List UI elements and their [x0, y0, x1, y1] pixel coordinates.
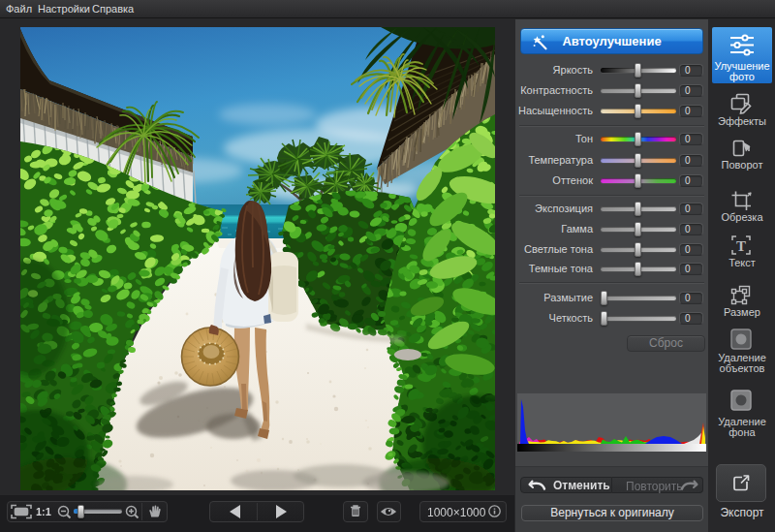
- svg-text:T: T: [736, 238, 746, 254]
